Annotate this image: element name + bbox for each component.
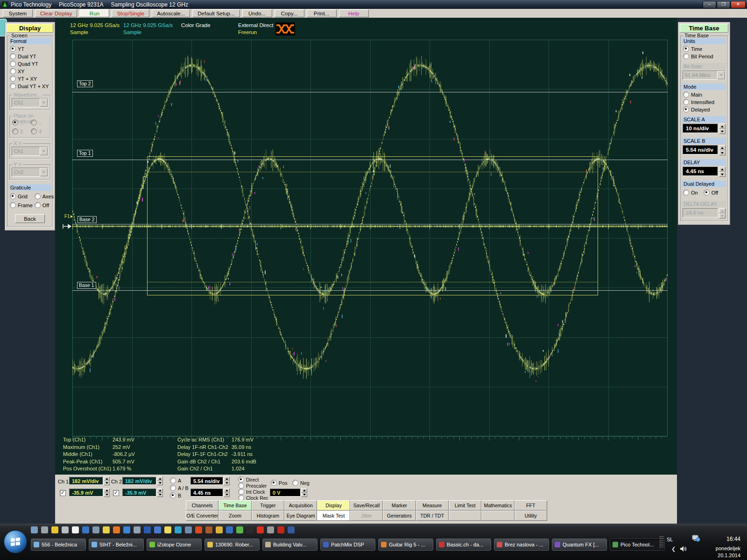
- menu-limit-test[interactable]: Limit Test: [449, 500, 481, 511]
- menu-histogram[interactable]: Histogram: [252, 511, 284, 521]
- y-select[interactable]: Ch2: [12, 168, 48, 177]
- taskbar-window-patchmix-dsp[interactable]: PatchMix DSP: [320, 539, 375, 551]
- volume-icon[interactable]: [680, 546, 687, 552]
- radio-on[interactable]: On: [683, 189, 698, 196]
- menu-mask-test[interactable]: Mask Test: [317, 511, 350, 521]
- taskbar-window-brez-naslova[interactable]: Brez naslova - ...: [494, 539, 549, 551]
- launcher-icon-2[interactable]: [41, 526, 48, 533]
- ch1-scale-spinner[interactable]: [104, 476, 110, 485]
- chevron-down-icon[interactable]: [40, 168, 48, 176]
- menu-trigger[interactable]: Trigger: [252, 500, 284, 511]
- waveform-select[interactable]: Ch1: [12, 98, 48, 107]
- launcher-icon-13[interactable]: [154, 526, 161, 533]
- launcher-icon-9[interactable]: [113, 526, 120, 533]
- radio-grid[interactable]: Grid: [10, 193, 33, 199]
- tray-expand-chevron[interactable]: ❮: [671, 546, 676, 552]
- scale-a-value[interactable]: 10 ns/div: [683, 124, 718, 133]
- radio-time[interactable]: Time: [683, 46, 725, 52]
- clock-date[interactable]: 20.1.2014: [718, 553, 740, 558]
- delay-value[interactable]: 4.45 ns: [683, 167, 718, 176]
- menu-acquisition[interactable]: Acquisition: [284, 500, 317, 511]
- radio-axes[interactable]: Axes: [35, 193, 54, 199]
- launcher-icon-24[interactable]: [267, 526, 274, 533]
- launcher-icon-8[interactable]: [103, 526, 110, 533]
- close-button[interactable]: ✕: [731, 1, 746, 8]
- launcher-icon-17[interactable]: [195, 526, 202, 533]
- undo-button[interactable]: Undo...: [242, 9, 272, 17]
- launcher-icon-20[interactable]: [226, 526, 233, 533]
- radio-main[interactable]: Main: [683, 91, 725, 98]
- time-scale-spinner[interactable]: [224, 476, 230, 485]
- menu-utility[interactable]: Utility: [514, 511, 547, 521]
- radio-neg[interactable]: Neg: [292, 480, 310, 486]
- radio-2[interactable]: 2: [12, 128, 29, 134]
- radio-dual-yt[interactable]: Dual YT: [10, 53, 50, 59]
- spin-up-icon[interactable]: [719, 145, 726, 150]
- launcher-icon-7[interactable]: [92, 526, 99, 533]
- spin-down-icon[interactable]: [719, 150, 726, 155]
- radio-intensified[interactable]: Intensified: [683, 99, 725, 105]
- chevron-down-icon[interactable]: [717, 71, 725, 79]
- ch2-scale-spinner[interactable]: [157, 476, 163, 485]
- launcher-icon-22[interactable]: [247, 526, 254, 533]
- ch1-enable-checkbox[interactable]: ✓: [60, 490, 66, 496]
- f1-marker[interactable]: F1: [64, 214, 73, 219]
- launcher-icon-6[interactable]: [82, 526, 89, 533]
- launcher-icon-26[interactable]: [288, 526, 295, 533]
- menu-mathematics[interactable]: Mathematics: [481, 500, 514, 511]
- stop-single-button[interactable]: Stop/Single: [112, 9, 149, 17]
- taskbar-window-quantum-fx[interactable]: Quantum FX [...: [552, 539, 607, 551]
- run-button[interactable]: Run: [79, 9, 109, 17]
- launcher-icon-12[interactable]: [144, 526, 151, 533]
- time-delay-value[interactable]: 4.45 ns: [190, 489, 223, 497]
- delay-spinner[interactable]: [719, 167, 726, 177]
- radio-bit-period[interactable]: Bit Period: [683, 53, 725, 59]
- menu-generators[interactable]: Generators: [383, 511, 416, 521]
- autoscale-button[interactable]: Autoscale...: [152, 9, 190, 17]
- radio-direct[interactable]: Direct: [238, 476, 259, 483]
- clock-time[interactable]: 16:44: [726, 536, 740, 542]
- radio-int-clock[interactable]: Int Clock: [238, 489, 265, 495]
- menu-time-base[interactable]: Time Base: [218, 500, 251, 511]
- radio-yt[interactable]: YT: [10, 46, 50, 52]
- menu-o-e-converter[interactable]: O/E Converter: [186, 511, 218, 521]
- radio-b[interactable]: B: [170, 492, 181, 498]
- trigger-level-value[interactable]: 0 V: [270, 489, 301, 497]
- radio-4[interactable]: 4: [31, 128, 48, 134]
- menu-eye-diagram[interactable]: Eye Diagram: [284, 511, 317, 521]
- maximize-button[interactable]: ❒: [717, 1, 730, 8]
- launcher-icon-21[interactable]: [236, 526, 243, 533]
- network-icon[interactable]: [692, 535, 700, 542]
- x-select[interactable]: Ch1: [12, 147, 48, 156]
- time-delay-spinner[interactable]: [224, 488, 230, 497]
- ground-marker-icon[interactable]: [63, 224, 72, 229]
- back-button[interactable]: Back: [15, 214, 45, 223]
- menu-measure[interactable]: Measure: [416, 500, 449, 511]
- launcher-icon-3[interactable]: [51, 526, 58, 533]
- radio-a[interactable]: A: [170, 477, 181, 483]
- taskbar-window-130690-rober[interactable]: 130690. Rober...: [204, 539, 260, 551]
- launcher-icon-4[interactable]: [62, 526, 69, 533]
- launcher-icon-11[interactable]: [134, 526, 141, 533]
- waveform-canvas[interactable]: [72, 40, 668, 442]
- radio-quad-yt[interactable]: Quad YT: [10, 61, 50, 67]
- system-button[interactable]: System: [3, 9, 33, 17]
- taskbar-window-guitar-rig-5[interactable]: Guitar Rig 5 - ...: [378, 539, 433, 551]
- ch2-offset-spinner[interactable]: [157, 488, 163, 497]
- radio-pos[interactable]: Pos: [271, 480, 288, 486]
- minimize-button[interactable]: –: [703, 1, 716, 8]
- launcher-icon-25[interactable]: [277, 526, 284, 533]
- scope-display-area[interactable]: Top 2 Top 1 Base 2 Base 1: [72, 40, 668, 442]
- taskbar-window-bassic-ch-da[interactable]: Bassic.ch - da...: [436, 539, 491, 551]
- launcher-icon-10[interactable]: [123, 526, 130, 533]
- taskbar-window-izotope-ozone[interactable]: iZotope Ozone: [147, 539, 202, 551]
- taskbar-window-siht-bele-ni[interactable]: SIHT - Beležni...: [89, 539, 144, 551]
- menu-save-recall[interactable]: Save/Recall: [350, 500, 383, 511]
- scale-b-spinner[interactable]: [719, 145, 726, 155]
- radio-xy[interactable]: XY: [10, 68, 50, 74]
- ch2-enable-checkbox[interactable]: ✓: [113, 490, 119, 496]
- menu-fft[interactable]: FFT: [514, 500, 547, 511]
- radio-delayed[interactable]: Delayed: [683, 106, 725, 112]
- menu-display[interactable]: Display: [317, 500, 350, 511]
- menu-jitter[interactable]: Jitter: [350, 511, 383, 521]
